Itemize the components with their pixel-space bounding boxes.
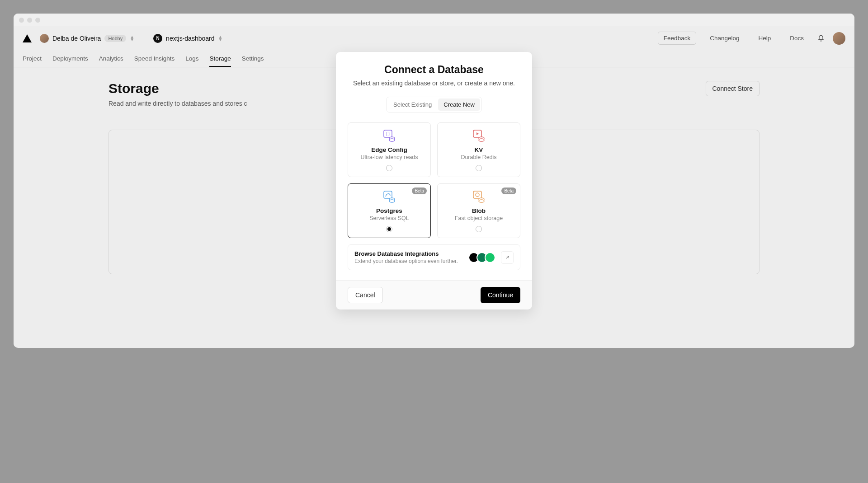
svg-point-7 [479,139,484,141]
segment-create-new[interactable]: Create New [438,98,480,111]
option-radio[interactable] [386,165,392,171]
option-name: KV [475,146,483,153]
postgres-icon [382,190,396,204]
segment-select-existing[interactable]: Select Existing [388,98,437,111]
svg-point-10 [389,200,395,202]
option-desc: Serverless SQL [369,215,409,221]
traffic-zoom[interactable] [35,18,40,23]
beta-badge: Beta [501,188,516,194]
mode-segment: Select Existing Create New [386,97,482,113]
app-window: Delba de Oliveira Hobby ▲▼ N nextjs-dash… [14,14,854,348]
svg-text:{ }: { } [386,131,390,136]
cancel-button[interactable]: Cancel [348,287,383,303]
modal-footer: Cancel Continue [336,280,532,309]
browse-integrations[interactable]: Browse Database Integrations Extend your… [348,244,520,270]
svg-point-3 [389,139,395,141]
option-blob[interactable]: Beta Blob Fast object storage [437,183,520,238]
window-titlebar [14,14,854,26]
kv-icon [472,129,486,143]
database-options: { } Edge Config Ultra-low latency reads … [348,122,520,238]
traffic-minimize[interactable] [27,18,32,23]
browse-subtitle: Extend your database options even furthe… [354,258,466,264]
integration-logos [471,252,495,263]
svg-rect-8 [384,191,392,198]
option-radio[interactable] [386,226,392,232]
option-desc: Durable Redis [461,154,496,160]
traffic-close[interactable] [19,18,24,23]
beta-badge: Beta [412,188,427,194]
option-radio[interactable] [476,226,482,232]
option-radio[interactable] [476,165,482,171]
option-desc: Ultra-low latency reads [360,154,418,160]
connect-database-modal: Connect a Database Select an existing da… [336,52,532,309]
modal-title: Connect a Database [348,64,520,76]
svg-rect-11 [473,191,481,198]
option-name: Blob [472,207,486,214]
option-edge-config[interactable]: { } Edge Config Ultra-low latency reads [348,122,431,177]
modal-subtitle: Select an existing database or store, or… [348,80,520,87]
option-name: Postgres [376,207,402,214]
edge-config-icon: { } [382,129,396,143]
svg-point-12 [476,193,479,197]
blob-icon [472,190,486,204]
option-desc: Fast object storage [455,215,503,221]
option-kv[interactable]: KV Durable Redis [437,122,520,177]
integration-logo-icon [485,252,495,263]
browse-title: Browse Database Integrations [354,250,466,257]
svg-marker-5 [476,132,479,135]
external-link-icon[interactable] [501,251,514,264]
option-name: Edge Config [371,146,407,153]
option-postgres[interactable]: Beta Postgres Serverless SQL [348,183,431,238]
svg-point-14 [479,200,484,202]
continue-button[interactable]: Continue [481,287,520,303]
